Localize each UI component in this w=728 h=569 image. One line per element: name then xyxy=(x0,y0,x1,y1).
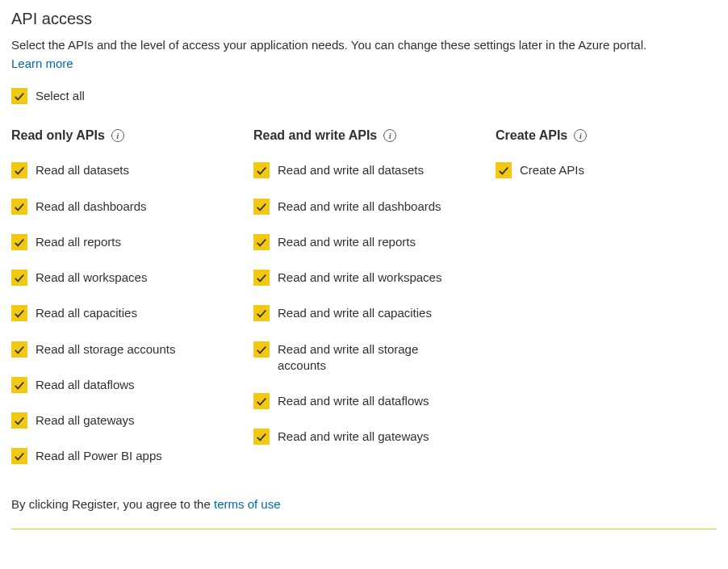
api-item-label: Read all dataflows xyxy=(36,377,135,393)
select-all-checkbox[interactable] xyxy=(11,88,27,104)
api-item-row: Read and write all workspaces xyxy=(253,270,496,286)
api-item-label: Read and write all gateways xyxy=(278,429,429,445)
api-item-label: Read and write all storage accounts xyxy=(278,341,463,374)
api-item-checkbox[interactable] xyxy=(11,199,27,215)
api-item-row: Read all workspaces xyxy=(11,270,253,286)
api-item-checkbox[interactable] xyxy=(11,270,27,286)
readonly-column: Read only APIs i Read all datasetsRead a… xyxy=(11,128,253,483)
page-title: API access xyxy=(11,10,717,28)
check-icon xyxy=(256,395,267,407)
api-item-label: Read all capacities xyxy=(36,305,137,321)
api-item-row: Read and write all dataflows xyxy=(253,393,496,409)
api-item-checkbox[interactable] xyxy=(253,429,270,445)
api-item-label: Read all gateways xyxy=(36,412,135,429)
api-item-checkbox[interactable] xyxy=(11,234,27,250)
api-item-label: Read and write all workspaces xyxy=(278,270,441,286)
check-icon xyxy=(256,344,267,355)
api-item-label: Read and write all datasets xyxy=(278,162,424,178)
check-icon xyxy=(14,201,25,212)
select-all-label: Select all xyxy=(36,88,85,104)
info-icon[interactable]: i xyxy=(111,129,124,142)
api-item-row: Read all dataflows xyxy=(11,377,253,393)
api-item-label: Read and write all dataflows xyxy=(278,393,429,409)
api-item-row: Read and write all capacities xyxy=(253,305,496,321)
api-item-row: Read all Power BI apps xyxy=(11,448,253,464)
api-item-checkbox[interactable] xyxy=(496,162,512,178)
check-icon xyxy=(14,344,25,355)
check-icon xyxy=(256,165,267,176)
api-item-row: Create APIs xyxy=(496,162,697,178)
api-item-row: Read all reports xyxy=(11,234,253,250)
api-item-row: Read and write all datasets xyxy=(253,162,496,178)
api-item-row: Read all dashboards xyxy=(11,199,253,215)
readwrite-header-label: Read and write APIs xyxy=(253,128,377,143)
api-item-label: Read all reports xyxy=(36,234,121,250)
api-item-checkbox[interactable] xyxy=(253,199,270,215)
create-header-label: Create APIs xyxy=(496,128,567,143)
divider xyxy=(11,529,717,529)
check-icon xyxy=(256,431,267,442)
api-item-label: Read all dashboards xyxy=(36,199,147,215)
readwrite-column: Read and write APIs i Read and write all… xyxy=(253,128,496,483)
check-icon xyxy=(14,90,25,102)
check-icon xyxy=(14,450,25,462)
readwrite-items: Read and write all datasetsRead and writ… xyxy=(253,162,496,445)
api-item-checkbox[interactable] xyxy=(11,377,27,393)
api-item-checkbox[interactable] xyxy=(11,341,27,358)
api-item-checkbox[interactable] xyxy=(253,341,270,358)
api-item-checkbox[interactable] xyxy=(253,234,270,250)
check-icon xyxy=(14,308,25,319)
check-icon xyxy=(14,165,25,176)
info-icon[interactable]: i xyxy=(574,129,587,142)
create-column: Create APIs i Create APIs xyxy=(496,128,697,483)
api-item-checkbox[interactable] xyxy=(253,393,270,409)
readonly-header-label: Read only APIs xyxy=(11,128,105,143)
api-item-label: Read and write all dashboards xyxy=(278,199,441,215)
api-item-checkbox[interactable] xyxy=(11,162,27,178)
readonly-items: Read all datasetsRead all dashboardsRead… xyxy=(11,162,253,464)
api-item-checkbox[interactable] xyxy=(11,412,27,429)
terms-of-use-link[interactable]: terms of use xyxy=(214,497,281,511)
api-item-row: Read all storage accounts xyxy=(11,341,253,358)
api-item-row: Read and write all reports xyxy=(253,234,496,250)
api-item-label: Read all workspaces xyxy=(36,270,147,286)
api-item-label: Read all Power BI apps xyxy=(36,448,162,464)
check-icon xyxy=(498,165,509,176)
api-item-label: Read and write all reports xyxy=(278,234,416,250)
api-item-label: Read and write all capacities xyxy=(278,305,432,321)
info-icon[interactable]: i xyxy=(383,129,396,142)
terms-footer: By clicking Register, you agree to the t… xyxy=(11,497,717,511)
api-item-label: Create APIs xyxy=(520,162,584,178)
api-item-row: Read and write all dashboards xyxy=(253,199,496,215)
api-item-row: Read all capacities xyxy=(11,305,253,321)
check-icon xyxy=(256,236,267,248)
check-icon xyxy=(256,272,267,283)
api-item-label: Read all datasets xyxy=(36,162,129,178)
api-item-row: Read all gateways xyxy=(11,412,253,429)
create-items: Create APIs xyxy=(496,162,697,178)
check-icon xyxy=(14,272,25,283)
api-item-checkbox[interactable] xyxy=(11,305,27,321)
terms-prefix: By clicking Register, you agree to the xyxy=(11,497,214,511)
check-icon xyxy=(256,308,267,319)
api-item-row: Read and write all gateways xyxy=(253,429,496,445)
learn-more-link[interactable]: Learn more xyxy=(11,56,73,70)
check-icon xyxy=(14,415,25,426)
api-item-label: Read all storage accounts xyxy=(36,341,175,358)
api-item-checkbox[interactable] xyxy=(11,448,27,464)
check-icon xyxy=(256,201,267,212)
api-item-row: Read all datasets xyxy=(11,162,253,178)
api-item-checkbox[interactable] xyxy=(253,305,270,321)
check-icon xyxy=(14,236,25,248)
api-item-checkbox[interactable] xyxy=(253,270,270,286)
api-item-checkbox[interactable] xyxy=(253,162,270,178)
api-item-row: Read and write all storage accounts xyxy=(253,341,496,374)
api-access-description: Select the APIs and the level of access … xyxy=(11,36,705,53)
check-icon xyxy=(14,379,25,391)
